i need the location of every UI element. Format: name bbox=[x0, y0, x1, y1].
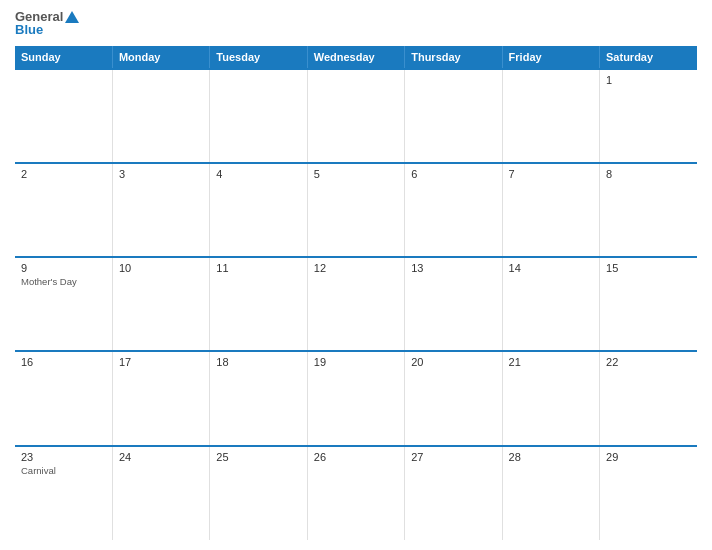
logo-blue-text: Blue bbox=[15, 23, 43, 37]
week-row-3: 16171819202122 bbox=[15, 351, 697, 445]
day-number: 6 bbox=[411, 168, 495, 180]
calendar-cell: 24 bbox=[112, 446, 209, 540]
day-header-sunday: Sunday bbox=[15, 46, 112, 69]
logo-triangle-icon bbox=[65, 11, 79, 23]
calendar-cell: 9Mother's Day bbox=[15, 257, 112, 351]
day-number: 21 bbox=[509, 356, 593, 368]
calendar-cell: 27 bbox=[405, 446, 502, 540]
day-number: 13 bbox=[411, 262, 495, 274]
day-number: 7 bbox=[509, 168, 593, 180]
day-number: 26 bbox=[314, 451, 398, 463]
day-number: 15 bbox=[606, 262, 691, 274]
calendar-cell: 5 bbox=[307, 163, 404, 257]
event-label: Mother's Day bbox=[21, 276, 106, 287]
calendar-cell: 10 bbox=[112, 257, 209, 351]
day-number: 10 bbox=[119, 262, 203, 274]
calendar-cell: 17 bbox=[112, 351, 209, 445]
page-header: General Blue bbox=[15, 10, 697, 38]
calendar-cell: 7 bbox=[502, 163, 599, 257]
day-header-wednesday: Wednesday bbox=[307, 46, 404, 69]
day-number: 19 bbox=[314, 356, 398, 368]
day-number: 22 bbox=[606, 356, 691, 368]
day-number: 16 bbox=[21, 356, 106, 368]
day-number: 29 bbox=[606, 451, 691, 463]
calendar-cell: 2 bbox=[15, 163, 112, 257]
calendar-cell: 19 bbox=[307, 351, 404, 445]
calendar-cell: 25 bbox=[210, 446, 307, 540]
calendar-cell: 26 bbox=[307, 446, 404, 540]
day-number: 28 bbox=[509, 451, 593, 463]
calendar-cell: 20 bbox=[405, 351, 502, 445]
calendar-table: SundayMondayTuesdayWednesdayThursdayFrid… bbox=[15, 46, 697, 540]
calendar-cell: 16 bbox=[15, 351, 112, 445]
day-number: 14 bbox=[509, 262, 593, 274]
logo: General Blue bbox=[15, 10, 79, 38]
day-number: 20 bbox=[411, 356, 495, 368]
calendar-cell bbox=[502, 69, 599, 163]
day-number: 2 bbox=[21, 168, 106, 180]
calendar-cell: 11 bbox=[210, 257, 307, 351]
calendar-cell bbox=[112, 69, 209, 163]
calendar-cell: 8 bbox=[600, 163, 697, 257]
week-row-1: 2345678 bbox=[15, 163, 697, 257]
day-number: 11 bbox=[216, 262, 300, 274]
days-header-row: SundayMondayTuesdayWednesdayThursdayFrid… bbox=[15, 46, 697, 69]
day-number: 9 bbox=[21, 262, 106, 274]
day-number: 12 bbox=[314, 262, 398, 274]
calendar-cell: 1 bbox=[600, 69, 697, 163]
day-number: 3 bbox=[119, 168, 203, 180]
day-number: 27 bbox=[411, 451, 495, 463]
calendar-cell: 13 bbox=[405, 257, 502, 351]
calendar-cell: 18 bbox=[210, 351, 307, 445]
calendar-cell: 4 bbox=[210, 163, 307, 257]
calendar-cell bbox=[405, 69, 502, 163]
calendar-cell: 15 bbox=[600, 257, 697, 351]
calendar-cell: 14 bbox=[502, 257, 599, 351]
calendar-cell: 6 bbox=[405, 163, 502, 257]
day-number: 18 bbox=[216, 356, 300, 368]
week-row-2: 9Mother's Day101112131415 bbox=[15, 257, 697, 351]
day-number: 25 bbox=[216, 451, 300, 463]
calendar-cell: 3 bbox=[112, 163, 209, 257]
calendar-body: 123456789Mother's Day1011121314151617181… bbox=[15, 69, 697, 540]
day-number: 23 bbox=[21, 451, 106, 463]
calendar-cell bbox=[15, 69, 112, 163]
day-header-saturday: Saturday bbox=[600, 46, 697, 69]
day-header-friday: Friday bbox=[502, 46, 599, 69]
day-header-monday: Monday bbox=[112, 46, 209, 69]
calendar-cell: 12 bbox=[307, 257, 404, 351]
calendar-cell: 22 bbox=[600, 351, 697, 445]
calendar-cell: 23Carnival bbox=[15, 446, 112, 540]
calendar-cell bbox=[210, 69, 307, 163]
calendar-cell: 21 bbox=[502, 351, 599, 445]
day-number: 1 bbox=[606, 74, 691, 86]
calendar-cell: 29 bbox=[600, 446, 697, 540]
day-header-tuesday: Tuesday bbox=[210, 46, 307, 69]
event-label: Carnival bbox=[21, 465, 106, 476]
week-row-0: 1 bbox=[15, 69, 697, 163]
day-number: 5 bbox=[314, 168, 398, 180]
week-row-4: 23Carnival242526272829 bbox=[15, 446, 697, 540]
calendar-cell bbox=[307, 69, 404, 163]
calendar-cell: 28 bbox=[502, 446, 599, 540]
day-number: 17 bbox=[119, 356, 203, 368]
day-number: 4 bbox=[216, 168, 300, 180]
day-number: 24 bbox=[119, 451, 203, 463]
day-number: 8 bbox=[606, 168, 691, 180]
day-header-thursday: Thursday bbox=[405, 46, 502, 69]
